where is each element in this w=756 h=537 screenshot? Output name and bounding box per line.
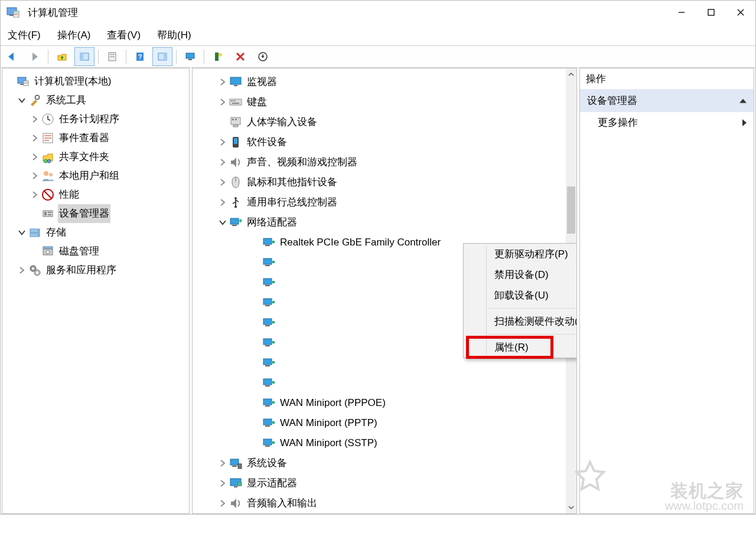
tree-item[interactable]: 性能: [2, 185, 189, 204]
expander-icon[interactable]: [217, 177, 228, 188]
svg-rect-86: [263, 299, 272, 304]
expand-button[interactable]: [253, 47, 273, 66]
svg-rect-83: [263, 279, 272, 284]
expander-icon[interactable]: [30, 133, 40, 143]
up-folder-button[interactable]: [52, 47, 72, 66]
tree-item[interactable]: 共享文件夹: [2, 148, 189, 166]
expander-icon[interactable]: [250, 257, 261, 268]
scroll-up-icon[interactable]: [566, 68, 576, 80]
expander-icon[interactable]: [217, 137, 228, 148]
delete-button[interactable]: [230, 47, 250, 66]
expander-icon[interactable]: [30, 246, 40, 257]
close-button[interactable]: [726, 1, 755, 24]
context-disable-device[interactable]: 禁用设备(D): [464, 264, 577, 285]
back-button[interactable]: [2, 47, 22, 66]
menu-action[interactable]: 操作(A): [56, 27, 92, 43]
tree-item[interactable]: 设备管理器: [2, 204, 189, 223]
window-controls: [667, 1, 755, 24]
expander-icon[interactable]: [250, 317, 261, 328]
preview-button[interactable]: [152, 47, 172, 66]
context-uninstall-device[interactable]: 卸载设备(U): [464, 285, 577, 306]
context-properties[interactable]: 属性(R): [464, 337, 577, 358]
device-item[interactable]: 软件设备: [197, 132, 565, 152]
context-update-driver[interactable]: 更新驱动程序(P): [464, 244, 577, 264]
expander-icon[interactable]: [250, 378, 261, 388]
tree-item[interactable]: 存储: [2, 223, 189, 242]
svg-rect-90: [265, 325, 270, 326]
scan-hardware-button[interactable]: [208, 47, 228, 66]
expander-icon[interactable]: [217, 157, 228, 168]
scroll-thumb[interactable]: [567, 186, 575, 234]
expander-icon[interactable]: [250, 398, 261, 408]
tree-item[interactable]: 服务和应用程序: [2, 261, 189, 280]
tree-item[interactable]: 磁盘管理: [2, 242, 189, 261]
expander-icon[interactable]: [30, 152, 40, 162]
tree-item-label: 本地用户和组: [58, 166, 120, 185]
forward-button[interactable]: [24, 47, 44, 66]
actions-more[interactable]: 更多操作: [580, 112, 754, 133]
device-item[interactable]: WAN Miniport (SSTP): [197, 433, 565, 453]
svg-rect-78: [265, 245, 270, 246]
device-item[interactable]: 监视器: [197, 72, 565, 92]
actions-section[interactable]: 设备管理器: [580, 89, 754, 112]
expander-icon[interactable]: [30, 189, 40, 200]
tree-item[interactable]: 系统工具: [2, 91, 189, 110]
svg-line-42: [44, 191, 52, 199]
device-item[interactable]: 人体学输入设备: [197, 112, 565, 132]
maximize-button[interactable]: [696, 1, 726, 24]
expander-icon[interactable]: [250, 358, 261, 368]
device-item[interactable]: 系统设备: [197, 453, 565, 473]
device-item[interactable]: WAN Miniport (PPTP): [197, 413, 565, 433]
device-item-label: 系统设备: [246, 454, 288, 473]
expander-icon[interactable]: [250, 297, 261, 308]
expander-icon[interactable]: [250, 438, 261, 448]
expander-icon[interactable]: [217, 458, 228, 469]
menu-help[interactable]: 帮助(H): [156, 27, 193, 43]
context-sep: [487, 308, 577, 309]
expander-icon[interactable]: [217, 498, 228, 509]
expander-icon[interactable]: [217, 197, 228, 208]
expander-icon[interactable]: [217, 117, 228, 127]
expander-icon[interactable]: [30, 171, 40, 181]
expander-icon[interactable]: [217, 77, 228, 87]
device-item[interactable]: [197, 373, 565, 393]
show-hide-console-button[interactable]: [74, 47, 94, 66]
help-button[interactable]: ?: [130, 47, 150, 66]
device-item[interactable]: 通用串行总线控制器: [197, 192, 565, 212]
device-item[interactable]: 鼠标和其他指针设备: [197, 172, 565, 192]
device-item[interactable]: 显示适配器: [197, 473, 565, 493]
svg-rect-45: [48, 212, 51, 213]
expander-icon[interactable]: [217, 97, 228, 107]
device-item-label: 人体学输入设备: [246, 113, 318, 132]
device-item[interactable]: 声音、视频和游戏控制器: [197, 152, 565, 172]
tree-item-label: 事件查看器: [58, 129, 110, 148]
expander-icon[interactable]: [250, 277, 261, 288]
device-item[interactable]: 键盘: [197, 92, 565, 112]
context-scan-hardware[interactable]: 扫描检测硬件改动(A): [464, 311, 577, 332]
expander-icon[interactable]: [217, 217, 228, 228]
expander-icon[interactable]: [250, 237, 261, 248]
monitor-button[interactable]: [180, 47, 200, 66]
minimize-button[interactable]: [667, 1, 696, 24]
expander-icon[interactable]: [30, 114, 40, 125]
expander-icon[interactable]: [217, 478, 228, 489]
tree-item[interactable]: 计算机管理(本地): [2, 72, 189, 91]
device-item[interactable]: WAN Miniport (PPPOE): [197, 393, 565, 413]
tree-item[interactable]: 任务计划程序: [2, 110, 189, 129]
expander-icon[interactable]: [250, 418, 261, 428]
nic-icon: [262, 356, 275, 369]
menu-file[interactable]: 文件(F): [6, 27, 42, 43]
expander-icon[interactable]: [17, 265, 27, 276]
properties-button[interactable]: [102, 47, 122, 66]
expander-icon[interactable]: [30, 208, 40, 219]
expander-icon[interactable]: [5, 76, 15, 87]
tree-item[interactable]: 事件查看器: [2, 129, 189, 148]
scroll-down-icon[interactable]: [566, 502, 576, 513]
expander-icon[interactable]: [17, 227, 27, 238]
device-item[interactable]: 音频输入和输出: [197, 493, 565, 513]
expander-icon[interactable]: [250, 338, 261, 348]
tree-item[interactable]: 本地用户和组: [2, 166, 189, 185]
expander-icon[interactable]: [17, 95, 27, 106]
menu-view[interactable]: 查看(V): [106, 27, 142, 43]
device-item[interactable]: 网络适配器: [197, 212, 565, 233]
